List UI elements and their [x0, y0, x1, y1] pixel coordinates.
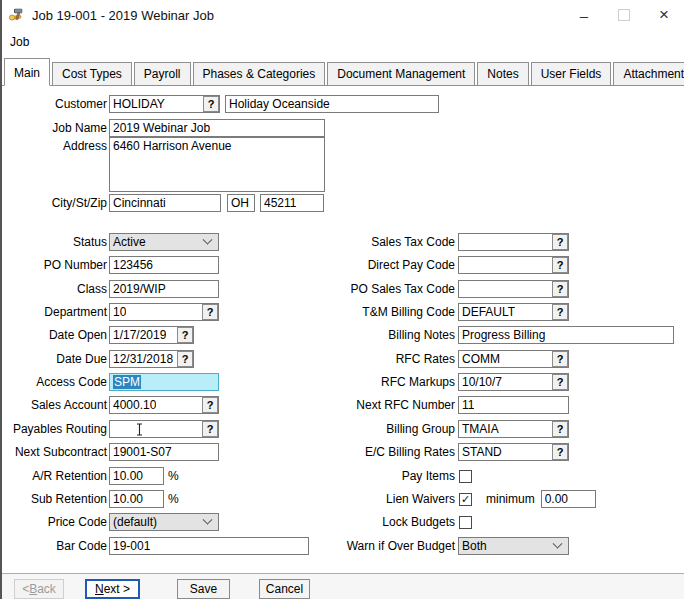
next-rfc-number-field[interactable]: 11	[458, 396, 569, 414]
rfc-markups-label: RFC Markups	[2, 373, 455, 391]
job-window: Job 19-001 - 2019 Webinar Job – × Job Ma…	[0, 0, 684, 599]
field-row-rfc-rates: RFC RatesCOMM?	[2, 350, 684, 368]
field-row-po-sales-tax-code: PO Sales Tax Code?	[2, 280, 684, 298]
tabstrip: MainCost TypesPayrollPhases & Categories…	[2, 56, 684, 86]
warn-if-over-budget-value: Both	[462, 539, 487, 553]
field-row-billing-group: Billing GroupTMAIA?	[2, 420, 684, 438]
lien-waivers-minimum-field[interactable]: 0.00	[541, 490, 596, 508]
direct-pay-code-field[interactable]: ?	[458, 256, 569, 274]
po-sales-tax-code-lookup-button[interactable]: ?	[552, 281, 568, 297]
tm-billing-code-field[interactable]: DEFAULT?	[458, 303, 569, 321]
ec-billing-rates-lookup-button[interactable]: ?	[552, 444, 568, 460]
menu-job[interactable]: Job	[2, 33, 37, 51]
menubar: Job	[2, 30, 684, 53]
field-row-ec-billing-rates: E/C Billing RatesSTAND?	[2, 443, 684, 461]
job-name-field[interactable]: 2019 Webinar Job	[109, 119, 325, 137]
ec-billing-rates-value: STAND	[462, 445, 502, 459]
billing-group-field[interactable]: TMAIA?	[458, 420, 569, 438]
rfc-rates-value: COMM	[462, 352, 500, 366]
pay-items-label: Pay Items	[2, 467, 455, 485]
minimize-button[interactable]: –	[564, 0, 604, 30]
customer-code-value: HOLIDAY	[113, 97, 165, 111]
customer-code-field[interactable]: HOLIDAY ?	[109, 95, 220, 113]
chevron-down-icon	[553, 538, 563, 548]
pay-items-checkbox[interactable]	[459, 470, 472, 483]
field-row-tm-billing-code: T&M Billing CodeDEFAULT?	[2, 303, 684, 321]
city-field[interactable]: Cincinnati	[109, 194, 221, 212]
job-name-value: 2019 Webinar Job	[113, 121, 210, 135]
tm-billing-code-lookup-button[interactable]: ?	[552, 304, 568, 320]
rfc-rates-field[interactable]: COMM?	[458, 350, 569, 368]
lien-waivers-minimum-label: minimum	[486, 492, 535, 506]
next-rfc-number-label: Next RFC Number	[2, 396, 455, 414]
tab-user-fields[interactable]: User Fields	[531, 62, 612, 85]
tab-notes[interactable]: Notes	[477, 62, 528, 85]
city-value: Cincinnati	[113, 196, 166, 210]
field-row-warn-if-over-budget: Warn if Over BudgetBoth	[2, 537, 684, 555]
lien-waivers-minimum-value: 0.00	[545, 492, 568, 506]
zip-field[interactable]: 45211	[260, 194, 324, 212]
next-rfc-number-value: 11	[462, 398, 474, 412]
billing-notes-field[interactable]: Progress Billing	[458, 326, 674, 344]
tab-cost-types[interactable]: Cost Types	[52, 62, 132, 85]
customer-lookup-button[interactable]: ?	[203, 96, 219, 112]
maximize-button[interactable]	[604, 0, 644, 30]
save-button[interactable]: Save	[177, 579, 230, 599]
cancel-button[interactable]: Cancel	[259, 579, 310, 599]
customer-name-field[interactable]: Holiday Oceanside	[225, 95, 439, 113]
window-controls: – ×	[564, 0, 684, 30]
field-row-rfc-markups: RFC Markups10/10/7?	[2, 373, 684, 391]
sales-tax-code-field[interactable]: ?	[458, 233, 569, 251]
close-button[interactable]: ×	[644, 0, 684, 30]
lien-waivers-label: Lien Waivers	[2, 490, 455, 508]
billing-notes-label: Billing Notes	[2, 326, 455, 344]
tab-document-management[interactable]: Document Management	[327, 62, 475, 85]
tab-main[interactable]: Main	[4, 58, 50, 86]
address-field[interactable]: 6460 Harrison Avenue	[109, 137, 325, 192]
field-row-lock-budgets: Lock Budgets	[2, 513, 684, 531]
po-sales-tax-code-label: PO Sales Tax Code	[2, 280, 455, 298]
warn-if-over-budget-label: Warn if Over Budget	[2, 537, 455, 555]
billing-group-value: TMAIA	[462, 422, 499, 436]
field-row-next-rfc-number: Next RFC Number11	[2, 396, 684, 414]
field-row-pay-items: Pay Items	[2, 467, 684, 485]
rfc-markups-value: 10/10/7	[462, 375, 502, 389]
app-icon	[8, 7, 24, 23]
rfc-markups-lookup-button[interactable]: ?	[552, 374, 568, 390]
customer-label: Customer	[2, 95, 107, 113]
city-st-zip-label: City/St/Zip	[2, 194, 107, 212]
address-value: 6460 Harrison Avenue	[113, 139, 232, 153]
ec-billing-rates-label: E/C Billing Rates	[2, 443, 455, 461]
rfc-rates-label: RFC Rates	[2, 350, 455, 368]
tab-payroll[interactable]: Payroll	[134, 62, 191, 85]
warn-if-over-budget-select[interactable]: Both	[458, 537, 569, 555]
state-field[interactable]: OH	[227, 194, 255, 212]
field-row-lien-waivers: Lien Waivers✓minimum0.00	[2, 490, 684, 508]
rfc-rates-lookup-button[interactable]: ?	[552, 351, 568, 367]
direct-pay-code-label: Direct Pay Code	[2, 256, 455, 274]
lock-budgets-checkbox[interactable]	[459, 516, 472, 529]
state-value: OH	[231, 196, 249, 210]
ec-billing-rates-field[interactable]: STAND?	[458, 443, 569, 461]
sales-tax-code-lookup-button[interactable]: ?	[552, 234, 568, 250]
sales-tax-code-label: Sales Tax Code	[2, 233, 455, 251]
window-title: Job 19-001 - 2019 Webinar Job	[32, 8, 214, 23]
po-sales-tax-code-field[interactable]: ?	[458, 280, 569, 298]
zip-value: 45211	[264, 196, 296, 210]
field-row-direct-pay-code: Direct Pay Code?	[2, 256, 684, 274]
titlebar: Job 19-001 - 2019 Webinar Job – ×	[2, 0, 684, 30]
lien-waivers-checkbox[interactable]: ✓	[459, 493, 472, 506]
rfc-markups-field[interactable]: 10/10/7?	[458, 373, 569, 391]
address-label: Address	[2, 137, 107, 155]
next-button[interactable]: Next >	[85, 579, 140, 599]
tab-attachments[interactable]: Attachments	[613, 62, 684, 85]
tm-billing-code-value: DEFAULT	[462, 305, 515, 319]
tab-phases-categories[interactable]: Phases & Categories	[193, 62, 326, 85]
back-button[interactable]: < Back	[14, 579, 64, 599]
field-row-billing-notes: Billing NotesProgress Billing	[2, 326, 684, 344]
customer-name-value: Holiday Oceanside	[229, 97, 330, 111]
maximize-icon	[618, 9, 630, 21]
direct-pay-code-lookup-button[interactable]: ?	[552, 257, 568, 273]
billing-group-lookup-button[interactable]: ?	[552, 421, 568, 437]
lock-budgets-label: Lock Budgets	[2, 513, 455, 531]
